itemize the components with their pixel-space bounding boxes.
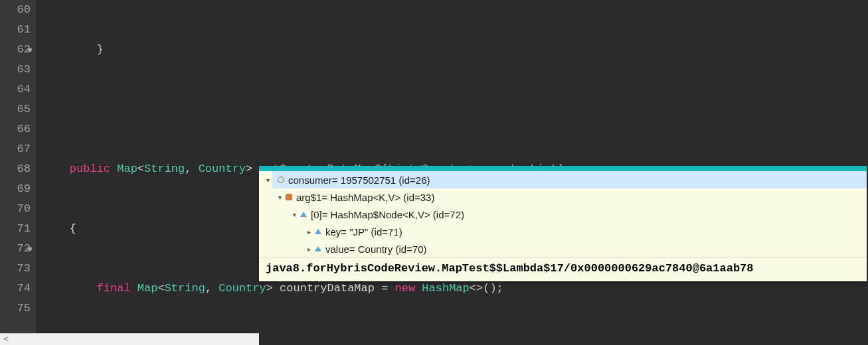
debug-tree-row[interactable]: ▾ [0]= HashMap$Node<K,V> (id=72) [259,206,867,223]
line-number: 72 [0,239,31,259]
line-number: 66 [0,119,31,139]
scrollbar-track[interactable] [12,334,259,345]
line-number: 73 [0,259,31,279]
code-line: final Map<String, Country> countryDataMa… [43,279,868,299]
line-number: 69 [0,179,31,199]
horizontal-scrollbar[interactable]: < [0,333,259,345]
line-number: 70 [0,199,31,219]
line-number: 68 [0,159,31,179]
debug-tree-row[interactable]: ▸ key= "JP" (id=71) [259,223,867,240]
node-icon [313,244,323,253]
code-line [43,100,868,119]
tree-toggle-expanded[interactable]: ▾ [275,194,284,201]
object-icon [276,175,286,184]
line-number: 63 [0,60,31,80]
tree-toggle-expanded[interactable]: ▾ [263,176,272,184]
debug-variable-text: [0]= HashMap$Node<K,V> (id=72) [311,209,464,220]
debug-tree-row[interactable]: ▸ value= Country (id=70) [259,240,867,257]
tree-toggle-collapsed[interactable]: ▸ [304,245,313,253]
node-icon [299,210,308,219]
scroll-left-arrow-icon[interactable]: < [0,334,12,346]
line-number: 74 [0,279,31,299]
debug-variable-text: value= Country (id=70) [325,243,427,255]
debug-hover-tooltip[interactable]: ▾ consumer= 1957502751 (id=26) ▾ arg$1= … [259,166,867,281]
field-icon [284,192,294,202]
line-number: 64 [0,80,31,100]
line-number: 67 [0,139,31,159]
line-number-gutter: 60 61 62 63 64 65 66 67 68 69 70 71 72 7… [0,0,36,345]
line-number: 62 [0,40,31,60]
line-number: 61 [0,20,31,40]
debug-tree-row[interactable]: ▾ arg$1= HashMap<K,V> (id=33) [259,188,867,206]
line-number: 60 [0,0,31,20]
debug-variable-text: consumer= 1957502751 (id=26) [288,174,430,186]
debug-tostring-value: java8.forHybrisCodeReview.MapTest$$Lambd… [259,257,867,281]
node-icon [313,227,323,236]
line-number: 65 [0,100,31,119]
line-number: 71 [0,219,31,239]
debug-variable-text: arg$1= HashMap<K,V> (id=33) [296,192,434,203]
line-number: 75 [0,299,31,318]
code-line: } [43,40,868,60]
tree-toggle-collapsed[interactable]: ▸ [304,228,313,236]
debug-variable-text: key= "JP" (id=71) [325,226,402,238]
tree-toggle-expanded[interactable]: ▾ [290,211,299,218]
debug-tree-row[interactable]: ▾ consumer= 1957502751 (id=26) [259,171,867,188]
